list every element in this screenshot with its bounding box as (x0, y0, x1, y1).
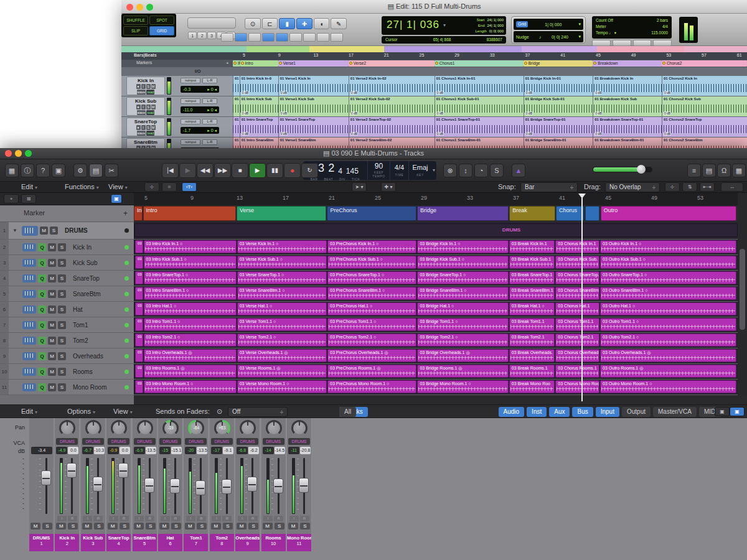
sends-mode-select[interactable]: Off↕ (228, 407, 288, 417)
toolbar-toggle-3[interactable] (262, 33, 275, 42)
input-button[interactable]: I (141, 125, 146, 130)
volume-display[interactable]: -3.4 (31, 447, 52, 454)
filter-aux[interactable]: Aux (549, 407, 570, 417)
audio-region[interactable]: 03 Outro Hat.1 ○ (600, 302, 736, 315)
record-enable-button[interactable]: R (145, 516, 154, 521)
output-selector[interactable]: L-R (202, 98, 217, 104)
vca-assignment[interactable]: DRUMS (108, 438, 129, 445)
audio-region[interactable]: 03 I (135, 318, 143, 331)
audio-region[interactable]: 03 Intro Overheads.1 ◎ (144, 349, 237, 362)
audio-region[interactable]: 03 Bridge Mono Room.1 ○ (417, 380, 508, 393)
track-row-snarebtm[interactable]: 5QMSSnareBtm03 I03 Intro SnareBtm.1 ○03 … (0, 286, 738, 302)
replace-button[interactable]: ↕ (459, 164, 472, 177)
audio-region[interactable]: 03 I (135, 365, 143, 378)
audio-region[interactable]: 03 Verse Overheads.1 ◎ (237, 349, 327, 362)
pan-knob[interactable] (240, 420, 256, 436)
go-to-beginning-button[interactable]: |◀ (162, 163, 179, 178)
scrollbar-thumb[interactable] (740, 249, 745, 330)
audio-region[interactable]: 03 PreChorus SnareTop.1 ○ (327, 271, 416, 284)
solo-button[interactable]: S (300, 523, 310, 530)
note-pads-button[interactable]: ▤ (702, 164, 716, 177)
vertical-scrollbar[interactable] (738, 193, 747, 395)
mixer-menu-view[interactable]: View▾ (113, 408, 133, 415)
track-header[interactable]: ▼MSDRUMS (9, 222, 134, 239)
audio-region[interactable]: 03 Chorus Kick In.1 (555, 240, 599, 253)
input-selector[interactable]: noinput (181, 78, 200, 83)
audio-region[interactable]: 03 Outro Tom2.1 ○ (600, 334, 736, 347)
volume-display[interactable]: -20 (185, 447, 196, 454)
volume-display[interactable]: -0.9 (108, 447, 119, 454)
solo-button[interactable]: S (146, 125, 151, 130)
fader-handle[interactable] (144, 478, 154, 493)
audio-region[interactable]: 03 Break SnareBtm.1 (509, 287, 555, 300)
volume-display[interactable]: -11.0▸ 0 ◂ (181, 106, 219, 113)
audio-region[interactable]: 03 I (135, 380, 143, 393)
arrangement-marker[interactable] (585, 206, 599, 221)
audio-region[interactable]: 03 Break SnareTop.1 (509, 271, 555, 284)
audio-region[interactable]: 03 Break Kick Sub.1 (509, 256, 555, 269)
track-header[interactable]: QMSOverheads (9, 348, 134, 363)
zoom-preset-1[interactable]: 1 (188, 32, 197, 39)
audio-region[interactable]: 03 Break Mono Roo (509, 380, 555, 393)
track-header[interactable]: QMSTom2 (9, 333, 134, 348)
pan-knob[interactable] (137, 420, 153, 436)
vca-assignment[interactable]: DRUMS (263, 438, 284, 445)
volume-display[interactable]: -15 (159, 447, 171, 454)
mute-button[interactable]: M (48, 321, 56, 329)
toolbar-toggle-1[interactable] (235, 33, 247, 42)
audio-region[interactable]: 03 Intro Tom1.1 ○ (144, 318, 237, 331)
quantize-button[interactable]: Q (38, 290, 46, 298)
track-name-card[interactable]: SnareTop●ISMwaveread (126, 118, 165, 136)
solo-button[interactable]: S (146, 523, 156, 530)
filter-output[interactable]: Output (622, 407, 651, 417)
solo-button[interactable]: S (94, 523, 104, 530)
audio-region[interactable]: 03 Verse Rooms.1 ◎ (237, 365, 327, 378)
toolbar-toggle-2[interactable] (248, 33, 261, 42)
audio-region[interactable]: 03 Verse Kick Sub.1 ○ (237, 256, 327, 269)
cycle-button[interactable]: ↻ (301, 163, 318, 178)
track-header[interactable]: QMSMono Room (9, 380, 134, 394)
read-automation-button[interactable]: read (146, 110, 154, 115)
zoom-preset-2[interactable]: 2 (197, 32, 206, 39)
audio-region[interactable]: 03 Outro SnareTop.1 ○ (600, 271, 736, 284)
track-row-tom1[interactable]: 7QMSTom103 I03 Intro Tom1.1 ○03 Verse To… (0, 317, 738, 333)
fader-handle[interactable] (93, 477, 103, 492)
track-row-mono-room[interactable]: 11QMSMono Room03 I03 Intro Mono Room.1 ○… (0, 380, 738, 395)
record-enable-button[interactable]: R (300, 516, 309, 521)
volume-display[interactable]: -4.9 (56, 447, 67, 454)
input-selector[interactable]: noinput (181, 119, 200, 124)
mute-button[interactable]: M (48, 306, 56, 314)
mute-button[interactable]: M (134, 523, 144, 530)
audio-region[interactable]: 03 Bridge Tom1.1 ○ (417, 318, 508, 331)
mute-button[interactable]: M (48, 368, 56, 376)
mute-button[interactable]: M (185, 523, 195, 530)
audio-region[interactable]: 03 Chorus Kick Sub. (555, 256, 599, 269)
mixer-menu-options[interactable]: Options▾ (67, 408, 95, 415)
output-selector[interactable]: L-R (202, 139, 217, 145)
channel-name-plate[interactable]: Tom28 (210, 534, 234, 551)
audio-region[interactable]: 03 I (135, 256, 143, 269)
record-button[interactable]: ● (136, 125, 141, 130)
catch-playhead-icon[interactable]: ›T‹ (182, 182, 197, 192)
mute-button[interactable]: M (159, 523, 169, 530)
fader-handle[interactable] (67, 463, 77, 478)
channel-name-plate[interactable]: Kick In2 (55, 534, 79, 551)
mute-button[interactable]: M (108, 523, 118, 530)
pan-knob[interactable]: +63 (214, 420, 230, 436)
track-name-card[interactable]: Kick In●ISMwaveread (126, 77, 165, 95)
quantize-button[interactable]: Q (38, 243, 46, 251)
universe-strip[interactable] (121, 46, 747, 52)
audio-region[interactable]: 03 PreChorus Tom2.1 ○ (327, 334, 416, 347)
duplicate-track-button[interactable]: ⊞ (21, 194, 36, 203)
pan-knob[interactable] (59, 420, 75, 436)
audio-region[interactable]: 03 Break Overheads. (509, 349, 555, 362)
toolbar-toggle-0[interactable] (221, 33, 233, 42)
mute-button[interactable]: M (48, 337, 56, 345)
grabber-tool[interactable]: ✚ (296, 18, 312, 29)
track-name-card[interactable]: SnareBtm●ISMwaveread (126, 138, 165, 148)
scrubber-tool[interactable]: ◖ (314, 18, 330, 29)
timeline-marker[interactable]: IF (233, 60, 240, 67)
channel-name-plate[interactable]: Mono Room11 (287, 534, 311, 551)
toolbar-toggle-4[interactable] (276, 33, 288, 42)
fader-handle[interactable] (195, 480, 205, 495)
